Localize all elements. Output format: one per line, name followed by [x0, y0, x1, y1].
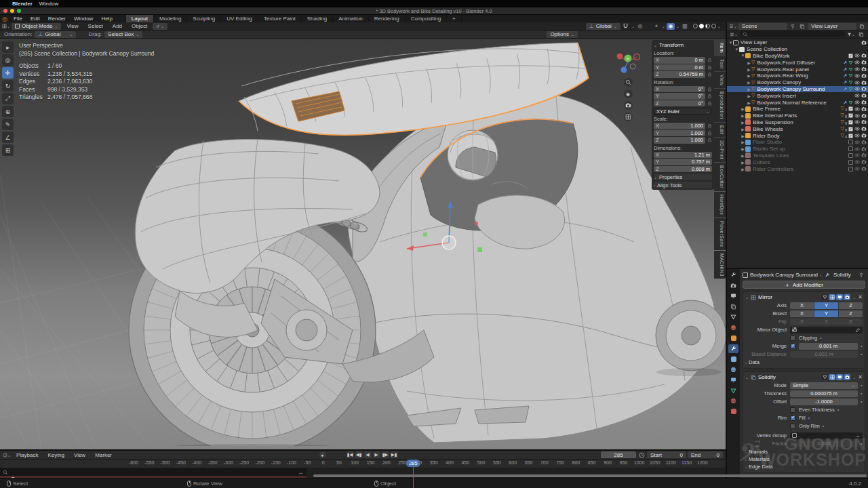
dimension-x-field[interactable]: X1.21 m [654, 152, 712, 159]
transform-panel-header[interactable]: ⌄Transform [654, 41, 712, 49]
n-panel-tab-powersave[interactable]: PowerSave [714, 218, 726, 250]
disable-render-camera-icon[interactable] [861, 80, 867, 85]
scale-z-field[interactable]: Z1.000 [654, 137, 705, 144]
mirror-flip-x-button[interactable]: X [790, 319, 814, 325]
n-panel-tab-edit[interactable]: Edit [714, 123, 726, 137]
outliner-row-bodywork-normal-reference[interactable]: ▶▽Bodywork Normal Reference [727, 99, 868, 106]
thickness-field[interactable]: 0.000075 m [790, 390, 858, 397]
exclude-checkbox[interactable] [848, 134, 853, 138]
n-panel-tab-machin3[interactable]: MACHIN3 [714, 251, 726, 279]
mirror-render-toggle[interactable] [844, 294, 850, 300]
topbar-menu-window[interactable]: Window [70, 16, 97, 22]
exclude-checkbox[interactable] [848, 160, 853, 165]
properties-tab-render[interactable] [728, 281, 738, 290]
properties-tab-physics[interactable] [728, 365, 738, 374]
workspace-tab-layout[interactable]: Layout [126, 15, 154, 22]
next-keyframe-button[interactable]: ▮▶ [382, 451, 389, 458]
tool-scale-button[interactable]: ⤢ [2, 93, 14, 104]
disable-render-camera-icon[interactable] [861, 66, 867, 72]
hide-eye-icon[interactable] [854, 146, 860, 152]
exclude-checkbox[interactable] [848, 54, 853, 58]
properties-tab-texture[interactable] [728, 407, 738, 416]
hide-eye-icon[interactable] [854, 133, 860, 138]
show-gizmo-icon[interactable]: ⌖ [652, 23, 660, 30]
properties-tab-tool[interactable] [728, 270, 738, 279]
outliner-editor-type-button[interactable]: ⌄ [729, 23, 737, 30]
only-rim-checkbox[interactable] [790, 424, 795, 429]
tool-annotate-button[interactable]: ✎ [2, 119, 14, 130]
clipping-checkbox[interactable] [790, 336, 795, 341]
mirror-name[interactable]: Mirror [758, 294, 772, 300]
exclude-checkbox[interactable] [848, 146, 853, 151]
disable-render-camera-icon[interactable] [861, 60, 867, 65]
properties-tab-object-data[interactable] [728, 386, 738, 395]
mirror-flip-z-button[interactable]: Z [839, 319, 863, 325]
zoom-view-button[interactable] [624, 78, 633, 87]
outliner-search-input[interactable] [740, 31, 845, 37]
disable-render-camera-icon[interactable] [861, 146, 867, 152]
workspace-tab-rendering[interactable]: Rendering [369, 15, 406, 22]
hide-eye-icon[interactable] [854, 60, 860, 65]
solidify-subpanel-materials[interactable]: ›Materials [745, 455, 863, 463]
breadcrumb-modifier[interactable]: Solidify [833, 272, 851, 278]
snapping-dropdown[interactable]: ⌄ [631, 24, 635, 28]
exclude-checkbox[interactable] [848, 106, 853, 111]
breadcrumb-object[interactable]: Bodywork Canopy Surround [750, 272, 818, 278]
outliner-row-rider-body[interactable]: ▶Rider Body▽4 [727, 132, 868, 139]
workspace-tab-compositing[interactable]: Compositing [406, 15, 447, 22]
rotation-y-field[interactable]: Y0° [654, 93, 705, 100]
mirror-data-subpanel[interactable]: ›Data [745, 359, 863, 366]
workspace-tab-texture-paint[interactable]: Texture Paint [258, 15, 302, 22]
outliner-row-bodywork-canopy[interactable]: ▶▽Bodywork Canopy [727, 79, 868, 86]
n-panel-subpanel-properties[interactable]: ⌄Properties [654, 174, 712, 180]
view-layer-selector[interactable]: View Layer [808, 23, 856, 30]
drag-select[interactable]: Select Box⌄ [104, 31, 142, 38]
mirror-realtime-toggle[interactable] [836, 294, 843, 300]
rendered-shading-icon[interactable] [711, 24, 716, 28]
vertex-group-field[interactable]: ↔ [790, 432, 863, 439]
outliner-row-floor-studio[interactable]: ▶Floor Studio [727, 139, 868, 146]
lock-icon[interactable] [707, 87, 712, 92]
jump-to-end-button[interactable]: ▶▮ [391, 451, 398, 458]
hide-eye-icon[interactable] [854, 80, 860, 85]
n-panel-tab-tool[interactable]: Tool [714, 56, 726, 71]
timeline-menu-marker[interactable]: Marker [91, 452, 116, 458]
playhead[interactable]: 285 [406, 460, 420, 467]
location-y-field[interactable]: Y0 m [654, 64, 705, 71]
disable-render-camera-icon[interactable] [861, 86, 867, 92]
disable-render-camera-icon[interactable] [861, 119, 867, 125]
mirror-bisect-z-button[interactable]: Z [839, 310, 863, 317]
blender-logo-icon[interactable]: ◎ [0, 16, 9, 22]
camera-view-button[interactable] [624, 101, 633, 110]
disable-render-camera-icon[interactable] [861, 140, 867, 145]
mirror-expand-icon[interactable]: ⌄ [745, 295, 749, 300]
workspace-tab-modeling[interactable]: Modeling [154, 15, 187, 22]
disable-render-camera-icon[interactable] [861, 166, 867, 171]
n-panel-subpanel-align-tools[interactable]: ›Align Tools [654, 182, 712, 188]
outliner-filter-icon[interactable]: ⌄ [847, 31, 855, 38]
scene-selector[interactable]: Scene [738, 23, 787, 30]
workspace-tab-uv-editing[interactable]: UV Editing [221, 15, 258, 22]
disable-render-camera-icon[interactable] [861, 113, 867, 119]
pin-scene-icon[interactable] [789, 23, 797, 30]
outliner-row-bodywork-rear-panel[interactable]: ▶▽Bodywork.Rear panel [727, 66, 868, 73]
solidify-subpanel-normals[interactable]: ›Normals [745, 448, 863, 455]
mirror-axis-y-button[interactable]: Y [814, 302, 839, 309]
mirror-bisect-x-button[interactable]: X [790, 310, 814, 317]
editor-type-button[interactable]: ⌄ [2, 23, 10, 30]
solid-shading-icon[interactable] [699, 24, 704, 28]
hide-eye-icon[interactable] [854, 93, 860, 98]
properties-tab-particles[interactable] [728, 354, 738, 363]
mirror-axis-x-button[interactable]: X [790, 302, 814, 309]
mirror-bisect-y-button[interactable]: Y [814, 310, 839, 317]
mirror-edit-cage-toggle[interactable] [821, 294, 828, 300]
location-x-field[interactable]: X0 m [654, 57, 705, 64]
macos-app-menu[interactable]: Blender [12, 1, 33, 7]
rotation-x-field[interactable]: X0° [654, 86, 705, 93]
n-panel-tab-boxcutter[interactable]: BoxCutter [714, 163, 726, 191]
hide-eye-icon[interactable] [854, 113, 860, 119]
rim-fill-checkbox[interactable] [790, 415, 795, 421]
tool-move-button[interactable]: ✛ [2, 67, 14, 79]
mirror-axis-z-button[interactable]: Z [839, 302, 863, 309]
disable-render-camera-icon[interactable] [861, 73, 867, 79]
